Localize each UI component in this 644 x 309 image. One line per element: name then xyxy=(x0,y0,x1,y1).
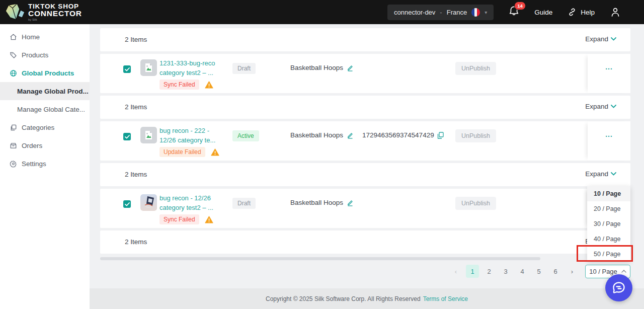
product-thumbnail xyxy=(140,194,157,211)
globe-icon xyxy=(9,69,17,77)
chat-bubble-icon xyxy=(612,281,626,295)
notifications-button[interactable]: 14 xyxy=(509,6,519,19)
product-name-line2: category test2 – ... xyxy=(159,203,219,213)
next-page-button[interactable]: › xyxy=(566,265,579,278)
row-checkbox[interactable] xyxy=(123,133,131,140)
store-separator: - xyxy=(440,9,442,16)
page-size-option-10[interactable]: 10 / Page xyxy=(587,186,630,201)
group-header: 2 Items Expand xyxy=(100,96,630,119)
sidebar-item-categories[interactable]: Categories xyxy=(0,118,90,136)
guide-link[interactable]: Guide xyxy=(534,9,552,16)
account-icon[interactable] xyxy=(610,7,621,18)
product-name-line2: 12/26 category te... xyxy=(159,136,219,145)
chat-fab-button[interactable] xyxy=(605,274,632,301)
warning-icon[interactable] xyxy=(211,148,219,156)
expand-label: Expand xyxy=(585,170,608,178)
more-actions-button[interactable]: ... xyxy=(605,63,613,71)
page-size-option-30[interactable]: 30 / Page xyxy=(587,216,630,231)
group-header: 2 Items Expand xyxy=(100,163,630,186)
expand-button[interactable]: Expand xyxy=(585,170,616,178)
row-actions-column: ... xyxy=(588,54,630,93)
sidebar-item-manage-global-products[interactable]: Manage Global Prod... xyxy=(0,82,90,100)
guide-label: Guide xyxy=(534,9,552,16)
sidebar-item-orders[interactable]: Orders xyxy=(0,136,90,154)
group-count: 2 Items xyxy=(125,238,147,246)
horizontal-scrollbar[interactable] xyxy=(100,257,630,260)
france-flag-icon xyxy=(471,8,480,17)
chevron-down-icon xyxy=(611,37,616,41)
chevron-down-icon xyxy=(611,172,616,176)
top-header: TIKTOK SHOP CONNECTOR by Silk connector-… xyxy=(0,0,644,24)
link-icon xyxy=(568,8,577,17)
more-actions-button[interactable]: ... xyxy=(605,130,613,138)
expand-label: Expand xyxy=(585,35,608,43)
page-button-6[interactable]: 6 xyxy=(549,265,562,278)
help-link[interactable]: Help xyxy=(568,8,595,17)
page-button-4[interactable]: 4 xyxy=(516,265,529,278)
category-value: Basketball Hoops xyxy=(290,199,343,206)
copy-stack-icon xyxy=(9,123,17,131)
store-region: France xyxy=(447,9,467,16)
help-label: Help xyxy=(581,9,595,16)
unpublish-button[interactable]: UnPublish xyxy=(455,197,496,210)
sidebar-item-label: Home xyxy=(22,33,40,41)
logo-title-line2: CONNECTOR xyxy=(28,10,82,18)
scrollbar-thumb[interactable] xyxy=(100,257,540,260)
chevron-up-icon xyxy=(621,270,626,273)
group-count: 2 Items xyxy=(125,36,147,43)
expand-label: Expand xyxy=(585,103,608,110)
store-selector[interactable]: connector-dev - France ▾ xyxy=(387,5,494,20)
chevron-down-icon xyxy=(611,105,616,108)
pagination: ‹ 1 2 3 4 5 6 › 10 / Page xyxy=(90,264,630,278)
row-checkbox[interactable] xyxy=(123,200,131,208)
edit-pencil-icon[interactable] xyxy=(347,64,354,71)
page-size-value: 10 / Page xyxy=(589,268,617,275)
sidebar-item-products[interactable]: Products xyxy=(0,46,90,64)
app-logo[interactable]: TIKTOK SHOP CONNECTOR by Silk xyxy=(0,2,82,22)
expand-button[interactable]: Expand xyxy=(585,35,616,43)
sidebar-item-label: Manage Global Prod... xyxy=(17,88,89,95)
edit-pencil-icon[interactable] xyxy=(347,132,354,139)
sidebar-item-home[interactable]: Home xyxy=(0,28,90,46)
prev-page-button[interactable]: ‹ xyxy=(449,265,462,278)
terms-of-service-link[interactable]: Terms of Service xyxy=(423,295,468,302)
page-size-option-50[interactable]: 50 / Page xyxy=(587,247,630,262)
product-name-line1: 1231-333-bug-reco xyxy=(159,59,219,68)
row-checkbox[interactable] xyxy=(123,65,131,73)
warning-icon[interactable] xyxy=(205,216,213,223)
sidebar-item-global-products[interactable]: Global Products xyxy=(0,64,90,82)
orders-box-icon xyxy=(9,141,17,149)
sidebar-item-manage-global-categories[interactable]: Manage Global Cate... xyxy=(0,100,90,118)
sidebar-item-label: Manage Global Cate... xyxy=(17,106,85,113)
page-size-option-40[interactable]: 40 / Page xyxy=(587,231,630,247)
unpublish-button[interactable]: UnPublish xyxy=(455,62,496,75)
row-actions-column: ... xyxy=(588,121,630,161)
product-row: bug recon - 12/26 category test2 – ... S… xyxy=(100,189,630,228)
sidebar-item-settings[interactable]: Settings xyxy=(0,154,90,173)
unpublish-button[interactable]: UnPublish xyxy=(455,129,496,142)
sync-status-badge: Sync Failed xyxy=(159,80,199,90)
gear-icon xyxy=(9,160,17,168)
product-name-line1: bug recon - 12/26 xyxy=(159,194,219,203)
product-name-link[interactable]: 1231-333-bug-reco category test2 – ... xyxy=(159,59,219,78)
sync-status-badge: Sync Failed xyxy=(159,214,199,224)
status-badge: Draft xyxy=(232,198,256,209)
status-badge: Active xyxy=(232,130,259,141)
expand-button[interactable]: Expand xyxy=(585,103,616,110)
product-name-line1: bug recon - 222 - xyxy=(159,126,219,136)
page-size-option-20[interactable]: 20 / Page xyxy=(587,201,630,216)
page-button-2[interactable]: 2 xyxy=(482,265,496,278)
group-count: 2 Items xyxy=(125,103,147,111)
status-badge: Draft xyxy=(232,63,256,74)
product-name-link[interactable]: bug recon - 12/26 category test2 – ... xyxy=(159,194,219,212)
edit-pencil-icon[interactable] xyxy=(347,199,354,206)
sync-status-badge: Update Failed xyxy=(159,147,205,157)
page-button-5[interactable]: 5 xyxy=(532,265,545,278)
warning-icon[interactable] xyxy=(205,81,213,89)
page-button-1[interactable]: 1 xyxy=(466,265,479,278)
sidebar-item-label: Products xyxy=(22,51,48,59)
product-name-link[interactable]: bug recon - 222 - 12/26 category te... xyxy=(159,126,219,145)
group-header: 2 Items Expand xyxy=(100,28,630,51)
page-button-3[interactable]: 3 xyxy=(499,265,512,278)
copy-icon[interactable] xyxy=(437,132,444,139)
